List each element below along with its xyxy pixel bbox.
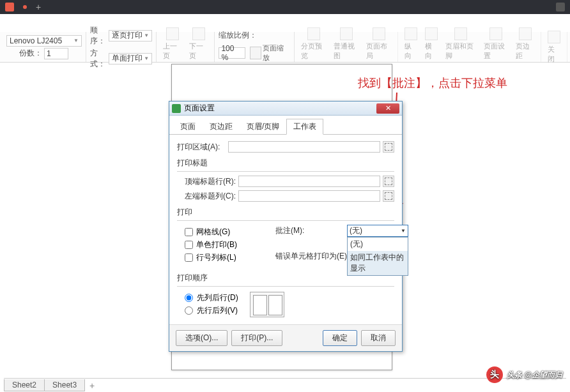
options-button[interactable]: 选项(O)... — [176, 330, 227, 346]
landscape-icon — [425, 27, 438, 40]
copies-label: 份数： — [19, 48, 42, 59]
next-page-button[interactable]: 下一页 — [187, 26, 210, 62]
page-layout-button[interactable]: 页面布局 — [364, 26, 394, 62]
bw-checkbox[interactable] — [185, 241, 193, 249]
print-area-input[interactable] — [228, 141, 380, 153]
header-icon — [454, 27, 467, 40]
nav-group: 上一页 下一页 — [157, 32, 215, 62]
chevron-down-icon: ▼ — [144, 56, 149, 61]
sheet-tab-sheet2[interactable]: Sheet2 — [4, 379, 45, 391]
annotation-text: 找到【批注】，点击下拉菜单 — [358, 75, 507, 91]
comments-value: (无) — [350, 225, 362, 236]
printer-select[interactable]: Lenovo LJ2405▼ — [6, 35, 82, 47]
left-cols-input[interactable] — [238, 190, 380, 202]
order-over-radio[interactable] — [185, 306, 193, 315]
rowcol-checkbox[interactable] — [185, 253, 193, 262]
chevron-down-icon: ▼ — [144, 33, 149, 38]
print-order-preview-icon — [250, 292, 284, 317]
page-zoom-icon — [250, 47, 261, 59]
add-sheet-button[interactable]: + — [84, 381, 100, 391]
dialog-app-icon — [172, 104, 181, 113]
new-tab-button[interactable]: + — [36, 2, 41, 12]
tab-page[interactable]: 页面 — [173, 119, 203, 135]
orient-group: 纵向 横向 页眉和页脚 页面设置 页边距 — [398, 32, 541, 62]
cancel-button[interactable]: 取消 — [361, 330, 396, 346]
comments-option-as-displayed[interactable]: 如同工作表中的显示 — [348, 251, 408, 275]
order-select[interactable]: 逐页打印▼ — [109, 30, 152, 41]
ribbon-toolbar: Lenovo LJ2405▼ 份数： 1 顺序： 逐页打印▼ 方式： 单面打印▼… — [0, 32, 570, 63]
comments-combo[interactable]: (无) ▼ (无) 如同工作表中的显示 — [347, 225, 408, 237]
order-down-label: 先列后行(D) — [197, 292, 238, 303]
order-over-label: 先行后列(V) — [197, 305, 238, 316]
modified-dot-icon — [23, 5, 27, 9]
copies-spinner[interactable]: 1 — [44, 48, 68, 59]
top-rows-input[interactable] — [238, 176, 380, 187]
zoom-spinner[interactable]: 100 % — [219, 47, 245, 59]
zoom-group: 缩放比例： 100 % 页面缩放 — [215, 32, 295, 62]
comments-label: 批注(M): — [275, 225, 343, 236]
print-button[interactable]: 打印(P)... — [231, 330, 282, 346]
printer-name: Lenovo LJ2405 — [10, 36, 62, 45]
top-rows-label: 顶端标题行(R): — [185, 176, 236, 187]
watermark-icon: 头 — [486, 366, 503, 383]
page-zoom-button[interactable]: 页面缩放 — [247, 42, 290, 64]
comments-dropdown-list: (无) 如同工作表中的显示 — [347, 237, 408, 276]
page-setup-button[interactable]: 页面设置 — [481, 26, 511, 62]
bw-label: 单色打印(B) — [196, 239, 237, 250]
app-titlebar: + — [0, 0, 570, 14]
prev-page-button[interactable]: 上一页 — [160, 26, 184, 62]
page-setup-dialog: 页面设置 ✕ 页面 页边距 页眉/页脚 工作表 打印区域(A): 打印标题 顶端… — [169, 101, 403, 352]
normal-icon — [340, 27, 353, 40]
order-label: 顺序： — [90, 25, 107, 47]
dialog-titlebar[interactable]: 页面设置 ✕ — [169, 102, 402, 116]
rowcol-label: 行号列标(L) — [196, 252, 236, 263]
paging-icon — [307, 27, 320, 40]
top-rows-picker-button[interactable] — [383, 176, 394, 187]
layout-icon — [373, 27, 385, 40]
print-titles-label: 打印标题 — [177, 158, 394, 169]
mode-label: 方式： — [90, 48, 107, 70]
print-area-picker-button[interactable] — [383, 141, 394, 153]
tab-sheet[interactable]: 工作表 — [286, 119, 323, 135]
dialog-tabs: 页面 页边距 页眉/页脚 工作表 — [169, 116, 402, 135]
zoom-label: 缩放比例： — [219, 30, 257, 41]
comments-option-none[interactable]: (无) — [348, 237, 408, 251]
print-section-label: 打印 — [177, 207, 394, 218]
setup-icon — [489, 27, 502, 40]
prev-page-icon — [166, 27, 179, 40]
tab-margins[interactable]: 页边距 — [203, 119, 240, 135]
dialog-close-button[interactable]: ✕ — [376, 103, 399, 114]
view-group: 分页预览 普通视图 页面布局 — [295, 32, 398, 62]
close-preview-button[interactable]: 关闭 — [545, 29, 563, 65]
portrait-icon — [404, 27, 417, 40]
paging-preview-button[interactable]: 分页预览 — [298, 26, 328, 62]
gridlines-checkbox[interactable] — [185, 228, 193, 236]
ok-button[interactable]: 确定 — [323, 330, 357, 346]
dialog-title-text: 页面设置 — [184, 103, 215, 114]
sheet-tabs: Sheet2 Sheet3 + — [4, 378, 566, 391]
sheet-tab-sheet3[interactable]: Sheet3 — [44, 379, 85, 391]
mode-select[interactable]: 单面打印▼ — [109, 53, 152, 64]
chevron-down-icon: ▼ — [401, 228, 406, 234]
dialog-footer: 选项(O)... 打印(P)... 确定 取消 — [169, 324, 402, 351]
divider — [177, 220, 394, 221]
normal-view-button[interactable]: 普通视图 — [331, 26, 361, 62]
tab-indicator-icon — [5, 3, 14, 11]
print-area-label: 打印区域(A): — [177, 142, 226, 153]
close-group: 关闭 — [541, 32, 567, 62]
order-down-radio[interactable] — [185, 294, 193, 302]
tab-header-footer[interactable]: 页眉/页脚 — [240, 119, 286, 135]
portrait-button[interactable]: 纵向 — [402, 26, 420, 62]
margins-button[interactable]: 页边距 — [513, 26, 537, 62]
margin-icon — [519, 27, 532, 40]
landscape-button[interactable]: 横向 — [422, 26, 440, 62]
watermark: 头 头条 @企望而归 — [486, 366, 562, 383]
dialog-body: 打印区域(A): 打印标题 顶端标题行(R): 左端标题列(C): 打印 网格线… — [169, 135, 402, 324]
divider — [177, 171, 394, 172]
window-control-icon[interactable] — [556, 3, 565, 11]
left-cols-picker-button[interactable] — [383, 190, 394, 202]
errors-label: 错误单元格打印为(E): — [275, 251, 349, 262]
order-group: 顺序： 逐页打印▼ 方式： 单面打印▼ — [86, 32, 157, 62]
watermark-text: 头条 @企望而归 — [507, 370, 562, 381]
header-footer-button[interactable]: 页眉和页脚 — [443, 26, 479, 62]
